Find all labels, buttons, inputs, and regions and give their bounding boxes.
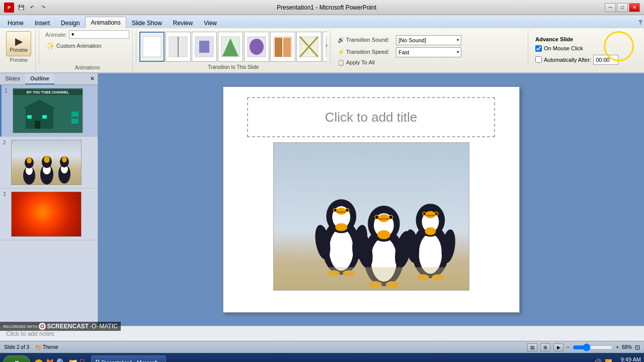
auto-after-checkbox[interactable] bbox=[535, 56, 542, 63]
panel-close-button[interactable]: ✕ bbox=[87, 73, 98, 84]
start-label: ⊞ bbox=[15, 360, 19, 363]
ribbon-tabs: Home Insert Design Animations Slide Show… bbox=[0, 15, 644, 28]
animate-content: Animate: ▾ ✨ Custom Animation bbox=[45, 30, 129, 64]
slide-num-1: 1 bbox=[5, 88, 11, 94]
transition-3-icon bbox=[220, 34, 240, 59]
transition-none[interactable] bbox=[139, 32, 165, 62]
status-bar-right: ▤ ⊞ ▶ − + 68% ⊡ bbox=[527, 343, 640, 351]
slideshow-button[interactable]: ▶ bbox=[553, 343, 564, 351]
svg-point-8 bbox=[250, 39, 264, 55]
firefox-icon[interactable]: 🦊 bbox=[45, 358, 55, 363]
transition-7[interactable] bbox=[323, 32, 327, 62]
redo-button[interactable]: ↷ bbox=[38, 3, 48, 12]
animate-dropdown-arrow: ▾ bbox=[71, 31, 74, 38]
normal-view-button[interactable]: ▤ bbox=[527, 343, 537, 351]
folder-icon[interactable]: 📁 bbox=[68, 358, 78, 363]
tab-design[interactable]: Design bbox=[55, 17, 85, 28]
slide-thumb-1[interactable]: 1 MY YOU TUBE CHANNEL bbox=[0, 85, 98, 137]
notes-placeholder: Click to add notes bbox=[6, 330, 54, 337]
animate-label: Animate: bbox=[45, 32, 67, 38]
slide-info: Slide 2 of 3 bbox=[4, 344, 29, 350]
undo-button[interactable]: ↶ bbox=[27, 3, 37, 12]
tab-insert[interactable]: Insert bbox=[29, 17, 55, 28]
slide-thumb-2[interactable]: 2 bbox=[0, 137, 98, 189]
preview-icon: ▶ bbox=[15, 35, 23, 47]
on-mouse-click-checkbox[interactable] bbox=[535, 45, 542, 52]
search-icon[interactable]: 🔍 bbox=[56, 358, 66, 363]
tab-slides[interactable]: Slides bbox=[0, 73, 25, 84]
svg-rect-4 bbox=[199, 41, 209, 53]
transition-2[interactable] bbox=[192, 32, 217, 62]
title-placeholder[interactable]: Click to add title bbox=[247, 97, 495, 137]
transition-3[interactable] bbox=[218, 32, 243, 62]
transition-speed-dropdown[interactable]: Fast ▾ bbox=[396, 47, 461, 57]
tab-outline[interactable]: Outline bbox=[25, 73, 54, 84]
house-roof bbox=[22, 100, 56, 109]
slide-sorter-button[interactable]: ⊞ bbox=[540, 343, 550, 351]
tab-animations[interactable]: Animations bbox=[85, 17, 126, 28]
active-window-button[interactable]: P Presentation1 - Microsoft... bbox=[91, 355, 167, 362]
volume-icon[interactable]: 🔊 bbox=[593, 358, 602, 362]
svg-point-81 bbox=[425, 227, 436, 235]
close-button[interactable]: ✕ bbox=[629, 3, 640, 12]
slides-tabs: Slides Outline ✕ bbox=[0, 73, 98, 85]
zoom-minus[interactable]: − bbox=[567, 344, 570, 350]
preview-button[interactable]: ▶ Preview bbox=[6, 31, 31, 56]
start-button[interactable]: ⊞ bbox=[3, 355, 30, 362]
slide-thumb-3[interactable]: 3 bbox=[0, 189, 98, 240]
transition-5[interactable] bbox=[270, 32, 295, 62]
transition-1[interactable] bbox=[166, 32, 191, 62]
auto-after-value[interactable]: 00:00 bbox=[593, 55, 618, 65]
slides-panel: Slides Outline ✕ 1 MY YOU TUBE CHANNEL 2 bbox=[0, 73, 98, 326]
quick-access-toolbar: 💾 ↶ ↷ bbox=[16, 3, 48, 12]
svg-point-35 bbox=[62, 156, 67, 162]
title-placeholder-text: Click to add title bbox=[325, 110, 418, 125]
transition-5-icon bbox=[273, 34, 293, 59]
taskbar-clock: 9:49 AM 07-Mar-19 bbox=[615, 356, 641, 362]
slide-num-3: 3 bbox=[3, 192, 9, 197]
taskbar: ⊞ ⬤ 🦊 🔍 📁 P P Presentation1 - Microsoft.… bbox=[0, 353, 644, 362]
svg-rect-72 bbox=[425, 215, 435, 216]
save-button[interactable]: 💾 bbox=[16, 3, 26, 12]
tab-home[interactable]: Home bbox=[2, 17, 29, 28]
maximize-button[interactable]: □ bbox=[617, 3, 628, 12]
network-icon[interactable]: 📶 bbox=[605, 359, 612, 362]
transition-4[interactable] bbox=[244, 32, 269, 62]
tab-slideshow[interactable]: Slide Show bbox=[126, 17, 168, 28]
preview-group-label: Preview bbox=[10, 57, 28, 63]
ribbon: ▶ Preview Preview Animate: ▾ ✨ Custom An… bbox=[0, 28, 644, 73]
tab-review[interactable]: Review bbox=[168, 17, 198, 28]
transitions-gallery: ✦ ▲ ▼ ▼▼ Transition to This Slide bbox=[139, 29, 327, 71]
apply-all-label: Apply To All bbox=[346, 59, 375, 65]
penguins-svg bbox=[274, 142, 469, 290]
transition-speed-value: Fast bbox=[398, 49, 409, 55]
transitions-row: ✦ ▲ ▼ ▼▼ bbox=[139, 29, 327, 64]
svg-point-44 bbox=[334, 209, 336, 212]
transition-group-label: Transition to This Slide bbox=[139, 64, 327, 71]
apply-to-all-button[interactable]: 📋 Apply To All bbox=[338, 59, 375, 66]
minimize-button[interactable]: ─ bbox=[605, 3, 616, 12]
zoom-slider[interactable] bbox=[573, 343, 613, 351]
main-area: Slides Outline ✕ 1 MY YOU TUBE CHANNEL 2 bbox=[0, 73, 644, 326]
svg-point-27 bbox=[27, 157, 32, 163]
divider-1 bbox=[39, 30, 39, 65]
chrome-icon[interactable]: ⬤ bbox=[34, 358, 43, 363]
tab-view[interactable]: View bbox=[198, 17, 222, 28]
fit-to-window-button[interactable]: ⊡ bbox=[635, 344, 640, 351]
taskbar-time-display: 9:49 AM bbox=[615, 356, 641, 362]
transition-6[interactable] bbox=[296, 32, 321, 62]
animate-dropdown[interactable]: ▾ bbox=[69, 30, 129, 39]
slide-canvas[interactable]: Click to add title bbox=[223, 86, 520, 313]
divider-4 bbox=[528, 30, 528, 65]
custom-animation-button[interactable]: ✨ Custom Animation bbox=[45, 41, 102, 51]
svg-point-38 bbox=[329, 229, 353, 271]
zoom-plus[interactable]: + bbox=[616, 344, 619, 350]
svg-point-74 bbox=[423, 213, 425, 215]
svg-point-59 bbox=[375, 216, 378, 219]
house-window-right bbox=[42, 115, 47, 119]
animations-group-label: Animations bbox=[75, 65, 100, 70]
powerpoint-taskbar-icon[interactable]: P bbox=[79, 358, 85, 363]
transition-sound-dropdown[interactable]: [No Sound] ▾ bbox=[396, 35, 461, 45]
help-button[interactable]: ? bbox=[636, 17, 644, 28]
slide-preview-1: MY YOU TUBE CHANNEL bbox=[13, 88, 83, 133]
